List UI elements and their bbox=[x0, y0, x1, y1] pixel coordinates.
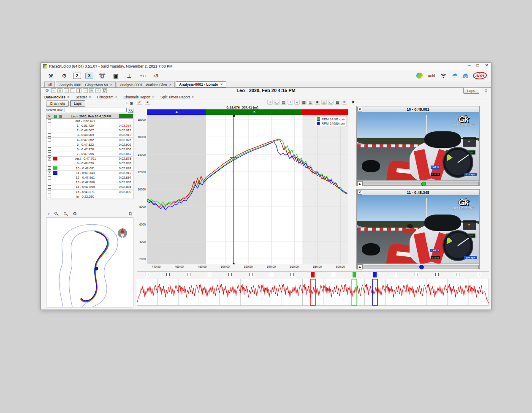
tab-close-icon[interactable]: ✕ bbox=[169, 83, 171, 87]
strip-lap-checkbox-11[interactable] bbox=[373, 272, 377, 277]
list-icon[interactable]: ≡ bbox=[342, 100, 347, 105]
zoom-reset-icon[interactable]: ▦ bbox=[301, 100, 307, 105]
close-button[interactable]: ✕ bbox=[485, 63, 489, 68]
device-config-icon[interactable]: +○ bbox=[138, 71, 147, 80]
strip-lap-checkbox-5[interactable] bbox=[249, 273, 252, 276]
map-settings-gear-icon[interactable]: ⚙ bbox=[73, 211, 77, 217]
strip-lap-checkbox-15[interactable] bbox=[456, 273, 459, 276]
report-icon[interactable]: ▤ bbox=[89, 88, 94, 93]
view-tab-data-movies[interactable]: Data-Movies✕ bbox=[44, 95, 70, 99]
table-row[interactable]: 9 - 0:48.0760:02.882 bbox=[46, 161, 133, 166]
rpm-chart[interactable]: RPM14181 rpmRPM14086 rpm bbox=[147, 115, 348, 264]
center-target-icon[interactable]: ⌖ bbox=[47, 211, 50, 217]
split-segment-end[interactable] bbox=[302, 109, 348, 115]
view-tab-close-icon[interactable]: ✕ bbox=[89, 95, 91, 99]
table-row[interactable]: 14 - 0:47.8990:02.884 bbox=[46, 185, 133, 190]
map-zoom-out-icon[interactable] bbox=[63, 212, 68, 217]
image-icon[interactable]: ▨ bbox=[57, 88, 62, 93]
video-progress-bar[interactable] bbox=[364, 182, 479, 186]
tab-analysis-0001-lonato[interactable]: Analysis-0001 - Lonato✕ bbox=[176, 81, 226, 87]
remove-session-icon[interactable]: ✕ bbox=[46, 114, 52, 118]
lap-checkbox[interactable] bbox=[46, 143, 52, 146]
lap-checkbox[interactable] bbox=[46, 133, 52, 137]
video-position-marker[interactable] bbox=[421, 182, 426, 186]
view-tab-close-icon[interactable]: ✕ bbox=[67, 95, 70, 99]
table-row[interactable]: in - 0:22.530 bbox=[46, 194, 133, 199]
cloud-ecu-icon[interactable]: ☁ECU bbox=[462, 72, 468, 79]
table-row[interactable]: 5 - 0:47.8220:02.902 bbox=[46, 142, 133, 147]
search-input[interactable] bbox=[65, 108, 127, 112]
channels-tab-button[interactable]: Channels bbox=[46, 101, 69, 107]
track-icon[interactable]: ➰ bbox=[102, 88, 107, 93]
strip-lap-checkbox-6[interactable] bbox=[270, 273, 273, 276]
map-colors-icon[interactable]: ▩ bbox=[335, 100, 340, 105]
tools-icon[interactable]: ⚒ bbox=[46, 71, 55, 80]
strip-lap-checkbox-8[interactable] bbox=[311, 272, 315, 277]
table-row[interactable]: 1 - 0:51.4200:03.094 bbox=[46, 123, 133, 128]
window-titlebar[interactable]: RaceStudio3 (64 bit) 3.51.07 - build Tue… bbox=[41, 63, 491, 70]
note-icon[interactable]: ▭ bbox=[328, 100, 334, 105]
table-row[interactable]: 15 - 0:48.2710:02.890 bbox=[46, 190, 133, 194]
minimize-button[interactable]: – bbox=[468, 63, 471, 68]
strip-lap-checkbox-16[interactable] bbox=[477, 273, 480, 276]
pages-icon[interactable]: ◫ bbox=[308, 100, 313, 105]
video-position-marker[interactable] bbox=[419, 265, 424, 269]
tracks-icon[interactable]: ➰ bbox=[98, 71, 107, 80]
cursor-tool-icon[interactable]: ➤ bbox=[351, 99, 355, 105]
view-tab-scatter[interactable]: Scatter✕ bbox=[76, 95, 91, 99]
tab-all[interactable]: All bbox=[44, 82, 55, 87]
table-row[interactable]: 12 - 0:47.9610:02.897 bbox=[46, 175, 133, 180]
table-row[interactable]: ✓10 - 0:48.0810:02.888 bbox=[46, 166, 133, 171]
strip-lap-checkbox-7[interactable] bbox=[290, 273, 294, 276]
tab-close-icon[interactable]: ✕ bbox=[110, 83, 112, 87]
strip-lap-checkbox-12[interactable] bbox=[394, 273, 397, 276]
histogram-icon[interactable]: ▐ bbox=[76, 88, 81, 93]
lap-checkbox[interactable] bbox=[46, 162, 52, 165]
tab-analysis-0001-watkins-glen[interactable]: Analysis-0001 - Watkins Glen✕ bbox=[117, 82, 175, 87]
lap-checkbox[interactable]: ✓ bbox=[46, 157, 52, 160]
lap-checkbox[interactable] bbox=[46, 190, 52, 193]
strip-lap-checkbox-1[interactable] bbox=[166, 273, 170, 276]
gps-markers-icon[interactable]: ⋮· bbox=[124, 102, 128, 106]
measure-pencil-icon[interactable]: ∕∕ bbox=[137, 100, 142, 105]
zoom-in-icon[interactable]: + bbox=[288, 100, 293, 105]
table-row[interactable]: 3 - 0:48.0890:02.913 bbox=[46, 133, 133, 138]
video-close-icon[interactable]: ✕ bbox=[357, 190, 362, 195]
table-row[interactable]: 6 - 0:47.8780:02.863 bbox=[46, 147, 133, 152]
zoom-box-icon[interactable]: ▤ bbox=[281, 100, 286, 105]
lap-checkbox[interactable] bbox=[46, 119, 52, 122]
video-play-button[interactable]: ▶ bbox=[357, 264, 363, 269]
strip-lap-checkbox-2[interactable] bbox=[187, 273, 190, 276]
video-progress-bar[interactable] bbox=[364, 265, 479, 269]
racestudio3-icon[interactable]: 3 bbox=[85, 73, 93, 79]
split-segment-4[interactable]: 4 bbox=[147, 109, 206, 115]
table-row[interactable]: out - 0:52.427 bbox=[46, 119, 133, 123]
map-expand-icon[interactable]: ⧉ bbox=[129, 211, 132, 217]
tab-close-icon[interactable]: ✕ bbox=[220, 83, 223, 86]
view-tab-histogram[interactable]: Histogram✕ bbox=[97, 95, 118, 99]
values-icon[interactable]: ■ bbox=[315, 100, 320, 105]
lap-checkbox[interactable] bbox=[46, 147, 52, 151]
wifi-icon[interactable] bbox=[440, 73, 447, 79]
lap-checkbox[interactable] bbox=[46, 176, 52, 179]
lap-overview-waveform[interactable] bbox=[137, 279, 489, 306]
table-row[interactable]: 4 - 0:47.8520:02.876 bbox=[46, 138, 133, 142]
movies-icon[interactable]: ▣ bbox=[111, 71, 120, 80]
table-row[interactable]: 13 - 0:47.8060:02.887 bbox=[46, 180, 133, 185]
stopwatch-icon[interactable]: ◔ bbox=[267, 100, 273, 105]
view-tab-split-times-report[interactable]: Split Times Report✕ bbox=[160, 95, 194, 99]
view-tab-close-icon[interactable]: ✕ bbox=[192, 95, 194, 99]
table-row[interactable]: 2 - 0:48.5670:02.917 bbox=[46, 128, 133, 133]
lap-checkbox[interactable] bbox=[46, 124, 52, 127]
lap-checkbox[interactable] bbox=[46, 195, 52, 198]
record-dot-icon[interactable]: ● bbox=[145, 100, 150, 105]
lap-checkbox[interactable] bbox=[46, 152, 52, 156]
user-helmet-icon[interactable] bbox=[416, 73, 423, 79]
strip-lap-checkbox-3[interactable] bbox=[208, 273, 211, 276]
channels-icon[interactable]: ≡ bbox=[83, 88, 88, 93]
table-row[interactable]: 7 - 0:47.9950:02.862 bbox=[46, 152, 133, 157]
strip-lap-checkbox-13[interactable] bbox=[415, 273, 418, 276]
map-zoom-in-icon[interactable] bbox=[54, 212, 59, 217]
strip-lap-checkbox-14[interactable] bbox=[435, 273, 439, 276]
settings-wrench-icon[interactable]: ✂ bbox=[483, 89, 489, 92]
